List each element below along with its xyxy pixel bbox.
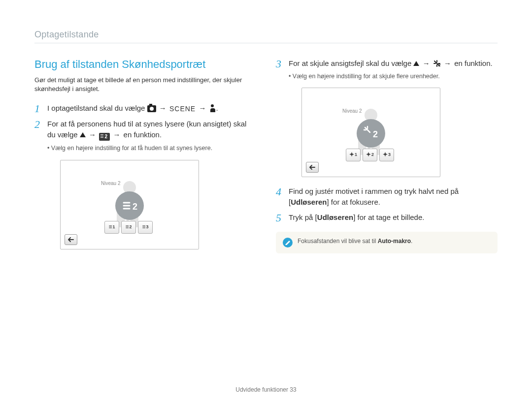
- svg-text:2: 2: [373, 129, 378, 139]
- level-option-2: ≡2: [121, 221, 136, 234]
- step-number: 2: [34, 117, 40, 132]
- step-3: 3 For at skjule ansigtsfejl skal du vælg…: [276, 58, 498, 177]
- step-post: ] for at fokusere.: [327, 198, 380, 206]
- step-4: 4 Find og justér motivet i rammen og try…: [276, 186, 498, 208]
- level-option-3: ≡3: [138, 221, 153, 234]
- back-button: [65, 234, 77, 245]
- triangle-up-icon: [80, 132, 86, 137]
- step-number: 4: [276, 184, 281, 200]
- scene-icon: SCENE: [169, 104, 196, 114]
- note-post: .: [411, 238, 412, 245]
- camera-screen-preview: Niveau 2 2: [301, 88, 440, 177]
- arrow-icon: →: [423, 59, 430, 67]
- level-option-1: ✦1: [346, 149, 361, 161]
- level-option-1: ≡1: [104, 221, 119, 234]
- section-lead: Gør det muligt at tage et billede af en …: [34, 76, 256, 93]
- arrow-icon: →: [199, 104, 206, 112]
- step-sub: Vælg en højere indstilling for at få hud…: [47, 144, 256, 153]
- step-2: 2 For at få personens hud til at synes l…: [34, 119, 256, 249]
- face-retouch-level-icon: 2: [433, 60, 441, 67]
- step-text: I optagetilstand skal du vælge: [47, 104, 147, 112]
- page-footer: Udvidede funktioner 33: [0, 386, 532, 393]
- level-options: ✦1 ✦2 ✦3: [346, 149, 394, 161]
- step-5: 5 Tryk på [Udløseren] for at tage et bil…: [276, 212, 498, 223]
- level-option-3: ✦3: [379, 149, 394, 161]
- note-bold: Auto-makro: [378, 238, 411, 245]
- arrow-icon: →: [113, 130, 120, 139]
- arrow-icon: →: [89, 130, 96, 139]
- shutter-label: Udløseren: [317, 213, 353, 221]
- step-number: 3: [276, 56, 281, 72]
- camera-icon: [147, 105, 156, 112]
- step-text: For at skjule ansigtsfejl skal du vælge: [289, 59, 413, 67]
- note-text: Fokusafstanden vil blive sat til: [298, 238, 378, 245]
- step-1: 1 I optagetilstand skal du vælge → SCENE…: [34, 103, 256, 114]
- selected-level-circle: 2: [115, 191, 144, 220]
- note-icon: [283, 238, 293, 247]
- step-sub: Vælg en højere indstilling for at skjule…: [289, 72, 498, 81]
- level-option-2: ✦2: [363, 149, 377, 161]
- back-button: [306, 162, 319, 173]
- person-star-icon: [209, 104, 216, 112]
- face-tone-level-icon: 2: [99, 133, 110, 141]
- step-tail: en funktion.: [454, 59, 493, 67]
- step-text: Tryk på [: [289, 213, 317, 221]
- triangle-up-icon: [413, 61, 419, 66]
- svg-text:2: 2: [133, 202, 137, 212]
- shutter-label: Udløseren: [291, 198, 327, 206]
- selected-level-circle: 2: [357, 119, 385, 148]
- step-number: 1: [34, 101, 40, 117]
- arrow-icon: →: [159, 104, 166, 112]
- footer-label: Udvidede funktioner: [235, 386, 288, 393]
- right-column: 3 For at skjule ansigtsfejl skal du vælg…: [276, 58, 498, 258]
- section-title: Brug af tilstanden Skønhedsportræt: [34, 58, 256, 71]
- breadcrumb: Optagetilstande: [34, 30, 498, 43]
- left-column: Brug af tilstanden Skønhedsportræt Gør d…: [34, 58, 256, 258]
- note-box: Fokusafstanden vil blive sat til Auto-ma…: [276, 232, 498, 253]
- step-post: ] for at tage et billede.: [353, 213, 424, 221]
- step-number: 5: [276, 210, 281, 226]
- step-tail: en funktion.: [124, 130, 162, 139]
- page-number: 33: [290, 386, 296, 393]
- camera-screen-preview: Niveau 2 2 ≡1 ≡2: [60, 160, 199, 249]
- level-options: ≡1 ≡2 ≡3: [104, 221, 153, 234]
- svg-text:2: 2: [438, 63, 441, 67]
- arrow-icon: →: [444, 59, 451, 67]
